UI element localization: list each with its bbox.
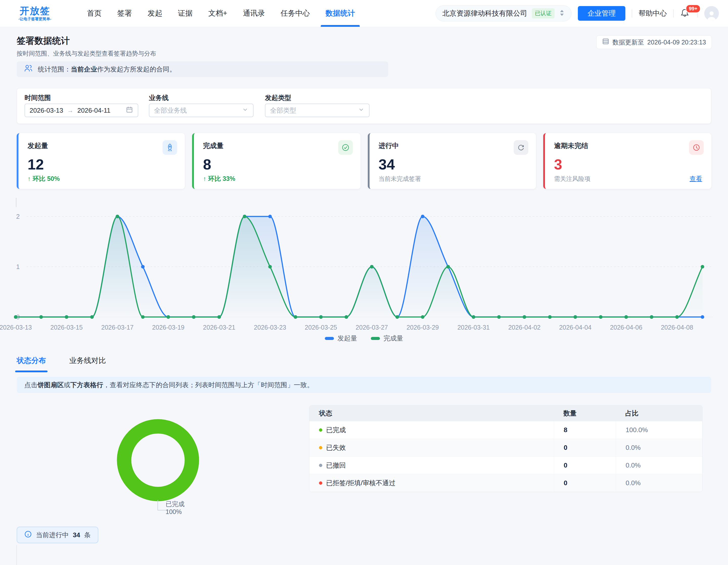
- time-range-label: 时间范围: [25, 94, 51, 102]
- company-switch-icon: [559, 9, 565, 17]
- svg-text:2026-03-19: 2026-03-19: [152, 324, 185, 331]
- svg-text:2026-03-29: 2026-03-29: [406, 324, 439, 331]
- data-updated-pill: 数据更新至 2026-04-09 20:23:13: [596, 35, 712, 49]
- svg-text:2026-03-17: 2026-03-17: [101, 324, 134, 331]
- updated-label: 数据更新至: [612, 38, 644, 47]
- initiate-type-label: 发起类型: [265, 94, 291, 102]
- enterprise-manage-button[interactable]: 企业管理: [578, 6, 625, 21]
- status-dot: [319, 481, 322, 485]
- status-dot: [319, 428, 322, 432]
- topbar-right-cluster: 北京资源律动科技有限公司 已认证 企业管理 帮助中心 99+: [436, 5, 719, 21]
- svg-text:2026-04-04: 2026-04-04: [559, 324, 591, 331]
- nav-item-contacts[interactable]: 通讯录: [235, 0, 273, 27]
- top-navigation-bar: 开放签 -让电子签署更简单- 首页 签署 发起 证据 文档+ 通讯录 任务中心 …: [0, 0, 728, 27]
- stat-value: 34: [379, 157, 527, 172]
- table-row[interactable]: 已完成 8 100.0%: [309, 421, 702, 439]
- stat-title: 完成量: [203, 141, 351, 150]
- help-center-link[interactable]: 帮助中心: [639, 9, 667, 18]
- svg-text:2: 2: [16, 213, 20, 220]
- date-start-value[interactable]: 2026-03-13: [30, 107, 63, 114]
- bell-icon: [680, 15, 690, 19]
- stat-value: 8: [203, 157, 351, 172]
- clock-icon: [689, 140, 704, 155]
- chip-text: 当前进行中: [36, 531, 69, 539]
- stat-card-overdue: 逾期未完结 3 需关注风险项 查看: [543, 133, 711, 189]
- nav-item-tasks[interactable]: 任务中心: [273, 0, 318, 27]
- svg-text:2026-04-02: 2026-04-02: [508, 324, 541, 331]
- legend-label: 发起量: [337, 334, 357, 343]
- legend-initiated[interactable]: 发起量: [325, 334, 357, 343]
- brand-logo[interactable]: 开放签 -让电子签署更简单-: [18, 6, 51, 21]
- updated-time: 2026-04-09 20:23:13: [647, 39, 706, 46]
- brand-title: 开放签: [20, 6, 50, 16]
- tab-business-line-compare[interactable]: 业务线对比: [69, 355, 106, 372]
- stat-title: 进行中: [379, 141, 527, 150]
- status-table: 状态 数量 占比 已完成 8 100.0% 已失效 0 0.0% 已撤回 0 0…: [309, 405, 702, 492]
- stat-card-completed: 完成量 8 ↑环比 33%: [192, 133, 360, 189]
- brand-tagline: -让电子签署更简单-: [18, 17, 51, 21]
- stat-subtext: 当前未完成签署: [379, 175, 421, 183]
- chart-legend: 发起量 完成量: [0, 334, 728, 343]
- svg-text:2026-03-31: 2026-03-31: [457, 324, 490, 331]
- svg-text:2026-03-13: 2026-03-13: [0, 324, 32, 331]
- legend-swatch: [371, 337, 380, 340]
- svg-text:2026-03-27: 2026-03-27: [356, 324, 388, 331]
- main-nav: 首页 签署 发起 证据 文档+ 通讯录 任务中心 数据统计: [79, 0, 363, 27]
- stat-title: 发起量: [28, 141, 176, 150]
- view-overdue-link[interactable]: 查看: [690, 175, 702, 183]
- nav-item-evidence[interactable]: 证据: [170, 0, 200, 27]
- initiate-type-placeholder: 全部类型: [270, 106, 296, 115]
- range-arrow: →: [67, 107, 73, 114]
- svg-text:2026-04-06: 2026-04-06: [610, 324, 642, 331]
- stat-cards-row: 发起量 12 ↑环比 50% 完成量 8 ↑环比 33% 进行中: [17, 133, 711, 189]
- tab-status-distribution[interactable]: 状态分布: [17, 355, 46, 372]
- stat-title: 逾期未完结: [554, 141, 702, 150]
- chevron-down-icon: [358, 106, 365, 115]
- column-header-status: 状态: [309, 405, 554, 421]
- nav-item-initiate[interactable]: 发起: [140, 0, 170, 27]
- legend-swatch: [325, 337, 334, 340]
- column-header-pct: 占比: [616, 405, 702, 421]
- check-circle-icon: [338, 140, 353, 155]
- info-icon: [24, 530, 32, 540]
- company-switcher[interactable]: 北京资源律动科技有限公司 已认证: [436, 5, 572, 21]
- svg-text:2026-03-15: 2026-03-15: [50, 324, 83, 331]
- signing-statistics-page: 开放签 -让电子签署更简单- 首页 签署 发起 证据 文档+ 通讯录 任务中心 …: [0, 0, 728, 565]
- calendar-icon: [126, 106, 133, 115]
- table-row[interactable]: 已拒签/拒填/审核不通过 0 0.0%: [309, 474, 702, 492]
- status-dot: [319, 446, 322, 449]
- svg-text:2026-03-23: 2026-03-23: [254, 324, 286, 331]
- scope-notice-text: 统计范围：当前企业作为发起方所发起的合同。: [38, 65, 176, 74]
- nav-item-sign[interactable]: 签署: [109, 0, 140, 27]
- date-end-value[interactable]: 2026-04-11: [77, 107, 110, 114]
- pie-slice-label: 已完成 100%: [166, 500, 185, 516]
- notifications-button[interactable]: 99+: [680, 7, 691, 19]
- svg-text:2026-04-08: 2026-04-08: [661, 324, 693, 331]
- refresh-icon: [514, 140, 528, 155]
- database-icon: [602, 38, 609, 47]
- page-title: 签署数据统计: [17, 35, 70, 47]
- nav-item-home[interactable]: 首页: [79, 0, 109, 27]
- arrow-up-icon: ↑: [28, 175, 31, 182]
- nav-item-docs[interactable]: 文档+: [200, 0, 235, 27]
- in-progress-chip: 当前进行中 34 条: [17, 527, 98, 543]
- initiate-type-select[interactable]: 全部类型: [265, 104, 370, 117]
- section-tabs: 状态分布 业务线对比: [17, 355, 106, 372]
- legend-completed[interactable]: 完成量: [371, 334, 403, 343]
- date-range-input[interactable]: 2026-03-13 → 2026-04-11: [25, 104, 138, 117]
- status-donut-chart[interactable]: [115, 417, 201, 503]
- company-name: 北京资源律动科技有限公司: [442, 9, 527, 18]
- business-line-select[interactable]: 全部业务线: [149, 104, 254, 117]
- table-row[interactable]: 已撤回 0 0.0%: [309, 456, 702, 474]
- stat-subtext: 需关注风险项: [554, 175, 590, 183]
- user-avatar[interactable]: [704, 6, 719, 21]
- interaction-hint: 点击饼图扇区或下方表格行，查看对应终态下的合同列表；列表时间范围与上方「时间范围…: [17, 377, 711, 393]
- divider: [673, 9, 674, 17]
- stat-delta: ↑环比 50%: [28, 175, 60, 183]
- chip-count: 34: [73, 531, 80, 539]
- nav-item-statistics[interactable]: 数据统计: [318, 0, 363, 27]
- rocket-icon: [163, 140, 177, 155]
- legend-label: 完成量: [383, 334, 403, 343]
- table-row[interactable]: 已失效 0 0.0%: [309, 439, 702, 456]
- certified-badge: 已认证: [532, 8, 555, 18]
